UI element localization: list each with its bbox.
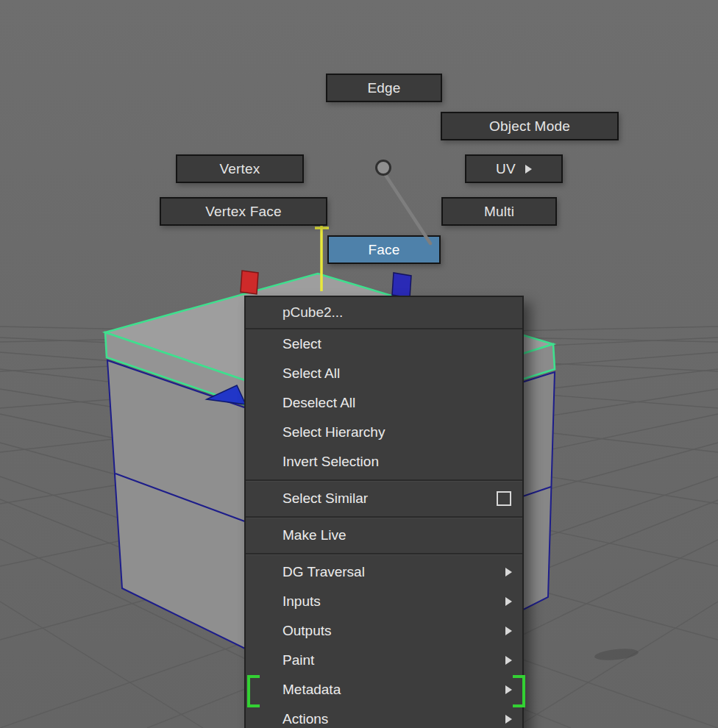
- marking-menu-edge-label: Edge: [367, 80, 400, 96]
- menu-item-select-all[interactable]: Select All: [246, 359, 522, 388]
- menu-item-outputs-label: Outputs: [282, 623, 332, 639]
- menu-item-select-similar[interactable]: Select Similar: [246, 484, 522, 513]
- menu-item-deselect-all-label: Deselect All: [282, 395, 355, 411]
- menu-item-outputs[interactable]: Outputs: [246, 616, 522, 646]
- menu-item-inputs[interactable]: Inputs: [246, 587, 522, 616]
- select-similar-option-checkbox[interactable]: [497, 491, 511, 506]
- menu-item-dg-traversal[interactable]: DG Traversal: [246, 557, 522, 587]
- menu-item-actions[interactable]: Actions: [246, 704, 522, 728]
- marking-menu-vertex[interactable]: Vertex: [176, 154, 304, 183]
- menu-item-make-live-label: Make Live: [282, 527, 346, 543]
- submenu-arrow-icon: [525, 165, 532, 174]
- menu-item-paint-label: Paint: [282, 652, 314, 668]
- context-menu: pCube2... Select Select All Deselect All…: [244, 296, 524, 728]
- selection-bracket-right: [513, 675, 525, 707]
- marking-menu-face-label: Face: [368, 242, 399, 258]
- marking-menu-object-mode-label: Object Mode: [489, 118, 570, 135]
- submenu-arrow-icon: [505, 597, 512, 606]
- menu-item-invert-selection[interactable]: Invert Selection: [246, 447, 522, 477]
- red-flag-handle: [241, 271, 258, 294]
- marking-menu-edge[interactable]: Edge: [326, 74, 442, 102]
- menu-item-actions-label: Actions: [282, 711, 328, 727]
- menu-separator: [246, 516, 522, 518]
- menu-item-inputs-label: Inputs: [282, 593, 321, 610]
- ground-smudge: [594, 647, 639, 662]
- context-menu-title[interactable]: pCube2...: [246, 297, 522, 329]
- menu-item-select[interactable]: Select: [246, 329, 522, 359]
- menu-item-select-similar-label: Select Similar: [282, 490, 368, 507]
- menu-item-deselect-all[interactable]: Deselect All: [246, 388, 522, 418]
- menu-item-select-hierarchy-label: Select Hierarchy: [282, 424, 385, 440]
- marking-menu-multi-label: Multi: [484, 204, 514, 220]
- menu-item-select-hierarchy[interactable]: Select Hierarchy: [246, 418, 522, 447]
- marking-menu-vertex-label: Vertex: [219, 161, 260, 177]
- marking-menu-uv[interactable]: UV: [465, 154, 563, 183]
- submenu-arrow-icon: [505, 656, 512, 665]
- marking-menu-face[interactable]: Face: [327, 235, 441, 264]
- menu-separator: [246, 553, 522, 554]
- submenu-arrow-icon: [505, 627, 512, 635]
- submenu-arrow-icon: [505, 715, 512, 724]
- menu-separator: [246, 479, 522, 481]
- menu-item-select-all-label: Select All: [282, 365, 340, 382]
- blue-flag-handle: [392, 273, 411, 298]
- selection-bracket-left: [247, 675, 260, 707]
- submenu-arrow-icon: [505, 568, 512, 577]
- marking-menu-vertex-face-label: Vertex Face: [205, 204, 282, 220]
- menu-item-metadata-label: Metadata: [282, 682, 341, 698]
- menu-item-make-live[interactable]: Make Live: [246, 521, 522, 550]
- maya-viewport: Edge Object Mode Vertex UV Vertex Face M…: [0, 0, 718, 728]
- menu-item-dg-traversal-label: DG Traversal: [282, 564, 365, 580]
- marking-menu-multi[interactable]: Multi: [441, 197, 557, 226]
- marking-menu-vertex-face[interactable]: Vertex Face: [160, 197, 327, 226]
- menu-item-paint[interactable]: Paint: [246, 646, 522, 675]
- menu-item-metadata[interactable]: Metadata: [246, 675, 522, 704]
- menu-item-invert-selection-label: Invert Selection: [282, 454, 379, 470]
- marking-menu-object-mode[interactable]: Object Mode: [441, 112, 619, 140]
- menu-item-select-label: Select: [282, 336, 321, 352]
- marking-menu-uv-label: UV: [496, 161, 516, 177]
- submenu-arrow-icon: [505, 685, 512, 694]
